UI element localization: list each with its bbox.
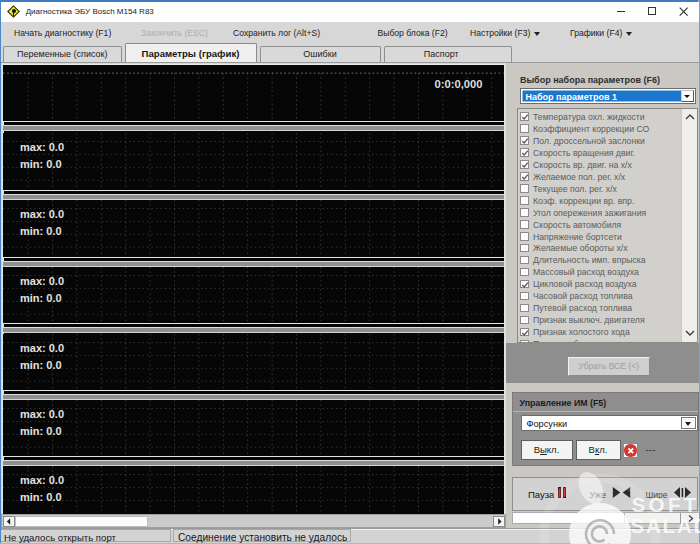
svg-text:min: 0.0: min: 0.0 bbox=[20, 158, 62, 170]
svg-text:max: 0.0: max: 0.0 bbox=[20, 408, 64, 420]
svg-text:max: 0.0: max: 0.0 bbox=[20, 141, 64, 153]
svg-text:max: 0.0: max: 0.0 bbox=[20, 474, 64, 486]
svg-text:max: 0.0: max: 0.0 bbox=[20, 275, 64, 287]
svg-text:min: 0.0: min: 0.0 bbox=[20, 292, 62, 304]
svg-text:max: 0.0: max: 0.0 bbox=[20, 342, 64, 354]
svg-text:max: 0.0: max: 0.0 bbox=[20, 208, 64, 220]
svg-text:0:0:0,000: 0:0:0,000 bbox=[435, 78, 483, 90]
svg-text:min: 0.0: min: 0.0 bbox=[20, 359, 62, 371]
svg-text:min: 0.0: min: 0.0 bbox=[20, 491, 62, 503]
svg-text:min: 0.0: min: 0.0 bbox=[20, 225, 62, 237]
svg-text:min: 0.0: min: 0.0 bbox=[20, 425, 62, 437]
